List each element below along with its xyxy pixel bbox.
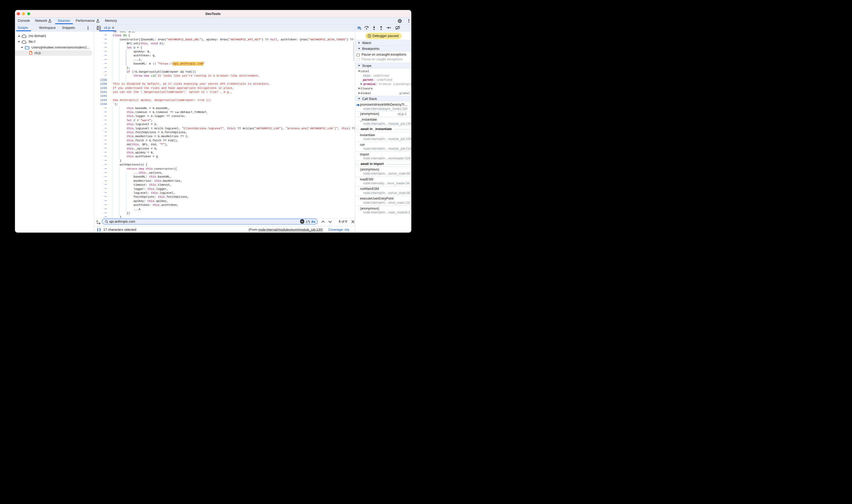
svg-text:A: A (96, 220, 98, 222)
svg-text:B: B (99, 222, 101, 224)
